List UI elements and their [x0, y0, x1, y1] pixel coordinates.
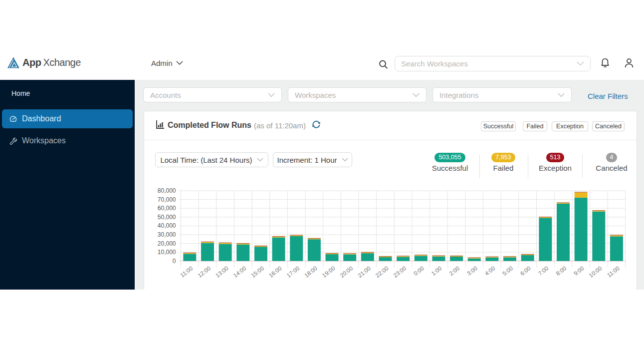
bar-segment-successful[interactable]: [485, 258, 498, 261]
search-workspaces-combobox[interactable]: [395, 56, 591, 71]
bar-segment-failed[interactable]: [236, 244, 249, 245]
bar-segment-successful[interactable]: [254, 247, 267, 261]
bar-segment-exception[interactable]: [485, 257, 498, 257]
bar-segment-successful[interactable]: [272, 238, 285, 261]
bar-segment-exception[interactable]: [415, 255, 428, 255]
search-workspaces-input[interactable]: [401, 59, 577, 68]
appxchange-logo[interactable]: AppXchange: [7, 57, 81, 68]
bar-segment-exception[interactable]: [521, 254, 534, 255]
bar-segment-exception[interactable]: [503, 256, 516, 257]
time-range-dropdown[interactable]: Local Time: (Last 24 Hours): [155, 152, 268, 167]
chevron-down-icon: [257, 158, 263, 162]
bar-segment-exception[interactable]: [183, 253, 196, 253]
chevron-down-icon[interactable]: [577, 61, 584, 66]
bar-segment-failed[interactable]: [468, 258, 481, 258]
bar-segment-successful[interactable]: [503, 257, 516, 261]
bar-segment-successful[interactable]: [610, 236, 623, 261]
legend-failed-button[interactable]: Failed: [523, 121, 547, 131]
bar-segment-successful[interactable]: [183, 254, 196, 261]
bar-segment-failed[interactable]: [503, 257, 516, 257]
admin-menu[interactable]: Admin: [151, 50, 183, 76]
bar-segment-failed[interactable]: [183, 253, 196, 254]
bar-segment-exception[interactable]: [219, 243, 232, 243]
bar-segment-exception[interactable]: [361, 252, 374, 253]
bar-segment-exception[interactable]: [201, 242, 214, 242]
bar-segment-exception[interactable]: [592, 210, 605, 211]
bar-segment-successful[interactable]: [397, 257, 410, 261]
legend-canceled-button[interactable]: Canceled: [592, 121, 625, 131]
bar-segment-failed[interactable]: [361, 253, 374, 253]
bar-segment-failed[interactable]: [485, 257, 498, 258]
bar-segment-failed[interactable]: [201, 242, 214, 243]
bar-segment-exception[interactable]: [450, 256, 463, 256]
bar-segment-failed[interactable]: [308, 239, 321, 239]
bar-segment-exception[interactable]: [236, 243, 249, 244]
bar-segment-successful[interactable]: [468, 259, 481, 261]
bar-segment-failed[interactable]: [326, 254, 339, 254]
bar-segment-failed[interactable]: [219, 243, 232, 244]
bar-segment-failed[interactable]: [272, 237, 285, 237]
bar-segment-successful[interactable]: [343, 254, 356, 261]
bar-segment-exception[interactable]: [557, 202, 570, 203]
bar-segment-failed[interactable]: [539, 217, 552, 218]
bar-segment-failed[interactable]: [379, 257, 392, 257]
sidebar-item-workspaces[interactable]: Workspaces: [2, 131, 133, 150]
bar-segment-failed[interactable]: [521, 255, 534, 255]
bar-segment-successful[interactable]: [236, 245, 249, 261]
user-profile-icon[interactable]: [625, 58, 634, 68]
bar-segment-exception[interactable]: [290, 235, 303, 236]
bar-segment-exception[interactable]: [254, 246, 267, 246]
notifications-bell-icon[interactable]: [601, 58, 610, 68]
clear-filters-link[interactable]: Clear Filters: [588, 92, 628, 100]
bar-segment-successful[interactable]: [432, 257, 445, 261]
search-icon[interactable]: [378, 59, 389, 70]
bar-segment-exception[interactable]: [397, 256, 410, 256]
bar-segment-successful[interactable]: [201, 243, 214, 261]
bar-segment-exception[interactable]: [326, 253, 339, 254]
bar-segment-successful[interactable]: [361, 253, 374, 261]
bar-segment-exception[interactable]: [272, 236, 285, 237]
bar-segment-exception[interactable]: [539, 217, 552, 217]
bar-segment-failed[interactable]: [610, 235, 623, 236]
bar-segment-exception[interactable]: [468, 258, 481, 258]
bar-segment-failed[interactable]: [432, 256, 445, 256]
bar-segment-failed[interactable]: [254, 246, 267, 247]
accounts-filter-select[interactable]: Accounts: [143, 87, 282, 102]
increment-dropdown[interactable]: Increment: 1 Hour: [273, 152, 352, 167]
sidebar-item-dashboard[interactable]: Dashboard: [2, 109, 133, 128]
bar-segment-successful[interactable]: [592, 212, 605, 261]
bar-segment-exception[interactable]: [379, 256, 392, 257]
bar-segment-successful[interactable]: [415, 256, 428, 261]
integrations-filter-select[interactable]: Integrations: [432, 87, 572, 102]
bar-segment-successful[interactable]: [379, 257, 392, 261]
bar-segment-exception[interactable]: [575, 192, 588, 192]
stat-successful-badge: 503,055: [434, 153, 465, 162]
bar-segment-successful[interactable]: [219, 244, 232, 261]
sidebar-section-home[interactable]: Home: [11, 89, 30, 97]
workspaces-filter-select[interactable]: Workspaces: [288, 87, 427, 102]
bar-segment-failed[interactable]: [415, 255, 428, 256]
bar-segment-exception[interactable]: [308, 238, 321, 239]
refresh-icon[interactable]: [312, 120, 321, 129]
bar-segment-failed[interactable]: [592, 211, 605, 211]
bar-segment-failed[interactable]: [575, 192, 588, 197]
bar-segment-successful[interactable]: [575, 198, 588, 261]
bar-segment-failed[interactable]: [290, 235, 303, 236]
chart-xtick-label: 5:00: [501, 265, 514, 277]
bar-segment-successful[interactable]: [290, 236, 303, 261]
legend-exception-button[interactable]: Exception: [552, 121, 588, 131]
bar-segment-exception[interactable]: [432, 256, 445, 256]
legend-successful-button[interactable]: Successful: [481, 121, 516, 131]
bar-segment-failed[interactable]: [450, 256, 463, 257]
bar-segment-successful[interactable]: [539, 218, 552, 261]
bar-segment-successful[interactable]: [308, 239, 321, 261]
bar-segment-successful[interactable]: [557, 204, 570, 261]
bar-segment-successful[interactable]: [450, 257, 463, 261]
bar-segment-exception[interactable]: [343, 253, 356, 254]
bar-segment-exception[interactable]: [610, 235, 623, 236]
bar-segment-failed[interactable]: [343, 254, 356, 254]
bar-segment-failed[interactable]: [557, 203, 570, 204]
bar-segment-successful[interactable]: [521, 255, 534, 261]
bar-segment-successful[interactable]: [326, 254, 339, 261]
bar-segment-failed[interactable]: [397, 256, 410, 257]
